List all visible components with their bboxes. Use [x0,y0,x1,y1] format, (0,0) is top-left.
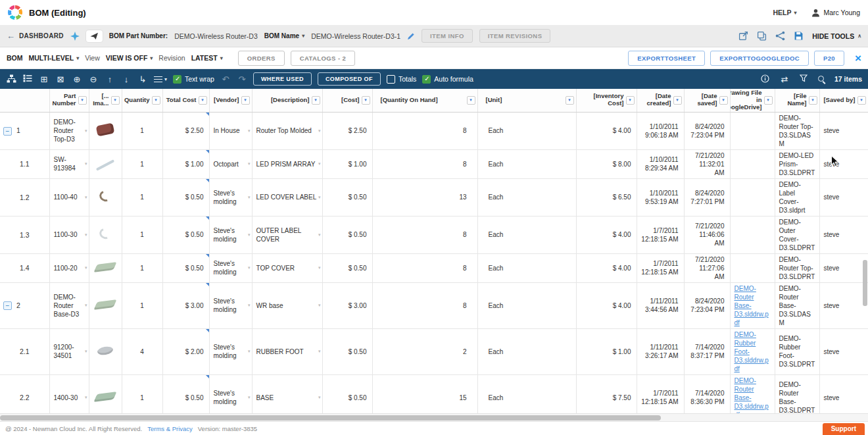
cell-qty_on_hand-1.3[interactable]: 8 [372,216,477,253]
cell-drawing_file-1.2[interactable] [730,178,775,216]
multi-level-view-icon[interactable] [6,74,16,84]
cell-cost-2.1[interactable]: $ 0.50 [322,328,372,374]
bom-name-dropdown[interactable]: BOM Name ▾ [264,32,304,39]
compare-icon[interactable]: ⇄ [779,75,790,84]
cell-image-1.1[interactable] [89,149,122,178]
cell-image-2.2[interactable] [89,374,122,413]
cell-file_name-2.2[interactable]: DEMO-Router Base-D3.SLDPRT [775,374,819,413]
cell-num-2.2[interactable]: 2.2 [0,374,49,413]
revision-dropdown[interactable]: LATEST ▾ [191,54,223,62]
indent-icon[interactable]: ↳ [137,75,148,84]
back-to-dashboard[interactable]: ← DASHBOARD [7,31,64,41]
cell-date_created-1.3[interactable]: 1/7/2011 12:18:15 AM [637,216,684,253]
label-cover-thumbnail[interactable] [97,189,112,203]
column-header-unit[interactable]: [Unit]▼ [477,89,576,112]
bom-level-dropdown[interactable]: MULTI-LEVEL ▾ [29,54,80,62]
cell-vendor-1.3[interactable]: Steve's molding▾ [209,216,252,253]
cell-quantity-1.4[interactable]: 1 [122,253,162,282]
cell-dropdown-icon[interactable]: ▾ [318,128,321,134]
move-down-icon[interactable]: ↓ [121,75,132,84]
redo-icon[interactable]: ↷ [237,75,247,84]
cell-image-2[interactable] [89,282,122,328]
paper-plane-button[interactable] [86,30,103,42]
cell-num-1[interactable]: −1 [0,112,49,149]
close-icon[interactable]: × [855,53,861,64]
column-filter-icon[interactable]: ▼ [111,96,120,105]
cell-inventory_cost-1.2[interactable]: $ 6.50 [576,178,637,216]
cell-dropdown-icon[interactable]: ▾ [248,161,251,167]
cell-dropdown-icon[interactable]: ▾ [318,194,321,200]
cell-unit-1.3[interactable]: Each [477,216,576,253]
cell-inventory_cost-2.2[interactable]: $ 7.50 [576,374,637,413]
cell-description-2[interactable]: WR base▾ [252,282,322,328]
cell-unit-2.2[interactable]: Each [477,374,576,413]
cell-quantity-2.1[interactable]: 4 [122,328,162,374]
cell-total_cost-1.3[interactable]: $ 0.50 [162,216,209,253]
cell-inventory_cost-2[interactable]: $ 4.00 [576,282,637,328]
column-filter-icon[interactable]: ▼ [673,96,682,105]
save-icon[interactable] [794,31,804,41]
cell-inventory_cost-1.1[interactable]: $ 8.00 [576,149,637,178]
cell-part_number-2[interactable]: DEMO-Router Base-D3▾ [49,282,89,328]
cell-saved_by-2.2[interactable]: steve [819,374,868,413]
column-header-vendor[interactable]: [Vendor]▼ [209,89,252,112]
remove-row-icon[interactable]: ⊠ [55,75,66,84]
cell-total_cost-2[interactable]: $ 3.00 [162,282,209,328]
column-header-qty_on_hand[interactable]: [Quantity On Hand]▼ [372,89,477,112]
cell-part_number-1.4[interactable]: 1100-20▾ [49,253,89,282]
cell-qty_on_hand-2[interactable]: 8 [372,282,477,328]
cell-date_saved-2[interactable]: 8/24/2020 7:23:04 PM [684,282,730,328]
cell-file_name-1.4[interactable]: DEMO-Router Top-D3.SLDPRT [775,253,819,282]
cell-dropdown-icon[interactable]: ▾ [248,128,251,134]
composed-of-button[interactable]: COMPOSED OF [318,72,381,86]
column-filter-icon[interactable]: ▼ [78,96,87,105]
cell-file_name-1.1[interactable]: DEMO-LED Prism-D3.SLDPRT [775,149,819,178]
cell-cost-1.2[interactable]: $ 0.50 [322,178,372,216]
export-to-googledoc-button[interactable]: EXPORTTOGOOGLEDOC [710,51,809,66]
cell-num-1.1[interactable]: 1.1 [0,149,49,178]
cell-unit-1.4[interactable]: Each [477,253,576,282]
drawing-file-link[interactable]: DEMO-Router Base-D3.slddrw.pdf [735,285,769,326]
cell-qty_on_hand-2.1[interactable]: 2 [372,328,477,374]
cell-image-1[interactable] [89,112,122,149]
top-cover-thumbnail[interactable] [93,262,116,272]
cell-image-1.3[interactable] [89,216,122,253]
cell-unit-2[interactable]: Each [477,282,576,328]
cell-file_name-2.1[interactable]: DEMO-Rubber Foot-D3.SLDPRT [775,328,819,374]
cell-date_created-2.2[interactable]: 1/7/2011 12:18:15 AM [637,374,684,413]
share-icon[interactable] [775,31,785,41]
cell-date_saved-1.2[interactable]: 8/24/2020 7:27:01 PM [684,178,730,216]
auto-formula-checkbox[interactable]: Auto formula [422,75,473,84]
cell-date_saved-1[interactable]: 8/24/2020 7:23:04 PM [684,112,730,149]
cell-dropdown-icon[interactable]: ▾ [248,232,251,238]
column-filter-icon[interactable]: ▼ [199,96,207,105]
cell-quantity-1.3[interactable]: 1 [122,216,162,253]
cell-qty_on_hand-1.1[interactable]: 8 [372,149,477,178]
cell-drawing_file-1[interactable] [730,112,775,149]
cell-inventory_cost-1[interactable]: $ 4.00 [576,112,637,149]
cell-dropdown-icon[interactable]: ▾ [318,395,321,401]
router-base-thumbnail[interactable] [93,299,116,310]
cell-drawing_file-2.2[interactable]: DEMO-Router Base-D3.slddrw.pdf [730,374,775,413]
column-filter-icon[interactable]: ▼ [241,96,250,105]
column-header-inventory_cost[interactable]: [Inventory Cost]▼ [576,89,637,112]
column-filter-icon[interactable]: ▼ [362,96,370,105]
expand-all-icon[interactable]: ⊕ [72,75,82,84]
cell-saved_by-1.4[interactable]: steve [819,253,868,282]
cell-dropdown-icon[interactable]: ▾ [248,349,251,355]
where-used-button[interactable]: WHERE USED [253,72,312,86]
cell-unit-1.2[interactable]: Each [477,178,576,216]
cell-description-1.1[interactable]: LED PRISM ARRAY▾ [252,149,322,178]
cell-drawing_file-1.1[interactable] [730,149,775,178]
column-filter-icon[interactable]: ▼ [312,96,320,105]
cell-quantity-1[interactable]: 1 [122,112,162,149]
cell-date_created-1.2[interactable]: 1/10/2011 9:53:19 AM [637,178,684,216]
search-icon[interactable] [817,75,826,84]
column-header-cost[interactable]: [Cost]▼ [322,89,372,112]
catalogs-button[interactable]: CATALOGS - 2 [291,51,355,66]
cell-dropdown-icon[interactable]: ▾ [318,232,321,238]
cell-description-1.2[interactable]: LED COVER LABEL▾ [252,178,322,216]
cell-drawing_file-2.1[interactable]: DEMO-Rubber Foot-D3.slddrw.pdf [730,328,775,374]
cell-qty_on_hand-1.4[interactable]: 8 [372,253,477,282]
cell-total_cost-1.1[interactable]: $ 1.00 [162,149,209,178]
